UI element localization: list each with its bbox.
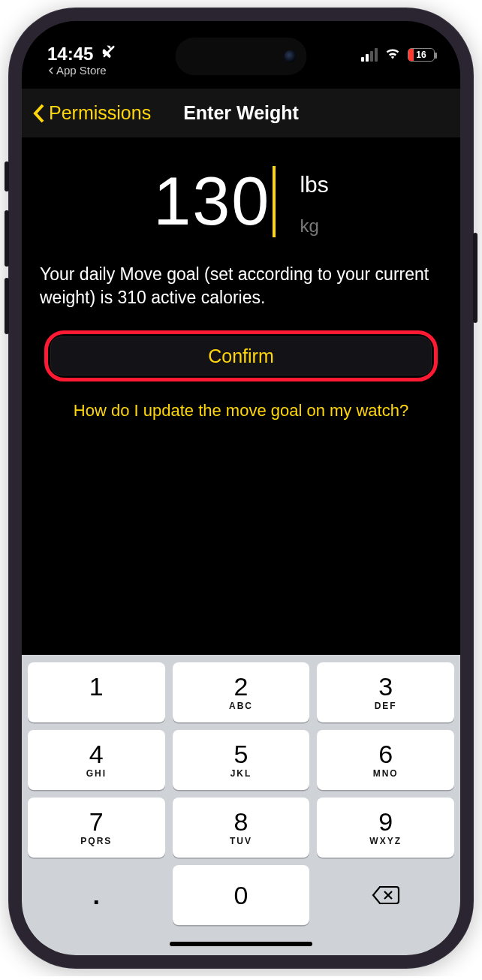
- back-button-label: Permissions: [49, 102, 151, 124]
- text-cursor: [273, 166, 276, 237]
- key-digit: 4: [89, 741, 104, 767]
- key-letters: GHI: [86, 768, 107, 779]
- key-1[interactable]: 1: [28, 662, 165, 722]
- key-digit: 8: [234, 809, 249, 834]
- key-6[interactable]: 6MNO: [317, 730, 454, 790]
- page-title: Enter Weight: [183, 102, 299, 124]
- nav-bar: Permissions Enter Weight: [22, 89, 460, 137]
- key-letters: ABC: [229, 701, 253, 711]
- back-to-app-label: App Store: [56, 65, 107, 77]
- back-button[interactable]: Permissions: [32, 102, 151, 124]
- key-4[interactable]: 4GHI: [28, 730, 165, 790]
- key-digit: 7: [89, 809, 104, 834]
- screen: 14:45 App Store: [22, 21, 460, 955]
- key-letters: DEF: [375, 701, 397, 711]
- key-2[interactable]: 2ABC: [173, 662, 310, 722]
- help-link[interactable]: How do I update the move goal on my watc…: [40, 401, 442, 421]
- cellular-signal-icon: [361, 48, 378, 62]
- key-digit: 3: [378, 674, 393, 699]
- confirm-button[interactable]: Confirm: [50, 336, 432, 375]
- status-time: 14:45: [47, 44, 93, 63]
- key-digit: 9: [378, 809, 393, 834]
- key-digit: 5: [234, 741, 249, 767]
- battery-percent: 16: [408, 49, 434, 61]
- key-letters: PQRS: [80, 836, 112, 846]
- key-letters: WXYZ: [369, 836, 402, 846]
- mute-icon: [101, 44, 117, 63]
- key-8[interactable]: 8TUV: [173, 798, 310, 858]
- battery-icon: 16: [408, 48, 435, 62]
- key-decimal[interactable]: .: [28, 865, 165, 925]
- unit-lbs[interactable]: lbs: [300, 172, 328, 198]
- backspace-key[interactable]: [317, 865, 454, 925]
- dynamic-island: [176, 38, 307, 75]
- front-camera: [285, 50, 297, 62]
- key-9[interactable]: 9WXYZ: [317, 798, 454, 858]
- key-7[interactable]: 7PQRS: [28, 798, 165, 858]
- key-digit: 2: [234, 674, 249, 699]
- confirm-highlight: Confirm: [44, 330, 438, 381]
- weight-input[interactable]: 130: [153, 163, 276, 240]
- content: 130 lbs kg Your daily Move goal (set acc…: [22, 137, 460, 655]
- weight-value: 130: [153, 163, 270, 240]
- key-3[interactable]: 3DEF: [317, 662, 454, 722]
- phone-frame: 14:45 App Store: [8, 8, 474, 969]
- move-goal-description: Your daily Move goal (set according to y…: [40, 263, 442, 309]
- weight-entry: 130 lbs kg: [40, 163, 442, 240]
- key-0[interactable]: 0: [173, 865, 310, 925]
- key-5[interactable]: 5JKL: [173, 730, 310, 790]
- key-letters: TUV: [230, 836, 252, 846]
- key-digit: 1: [89, 674, 104, 699]
- back-to-app[interactable]: App Store: [47, 65, 117, 77]
- wifi-icon: [384, 44, 402, 66]
- key-letters: JKL: [230, 768, 252, 779]
- key-digit: 6: [378, 741, 393, 767]
- home-indicator[interactable]: [170, 942, 312, 946]
- unit-kg[interactable]: kg: [300, 216, 328, 237]
- key-letters: MNO: [373, 768, 399, 779]
- numeric-keypad: 1 2ABC3DEF4GHI5JKL6MNO7PQRS8TUV9WXYZ.0: [22, 655, 460, 955]
